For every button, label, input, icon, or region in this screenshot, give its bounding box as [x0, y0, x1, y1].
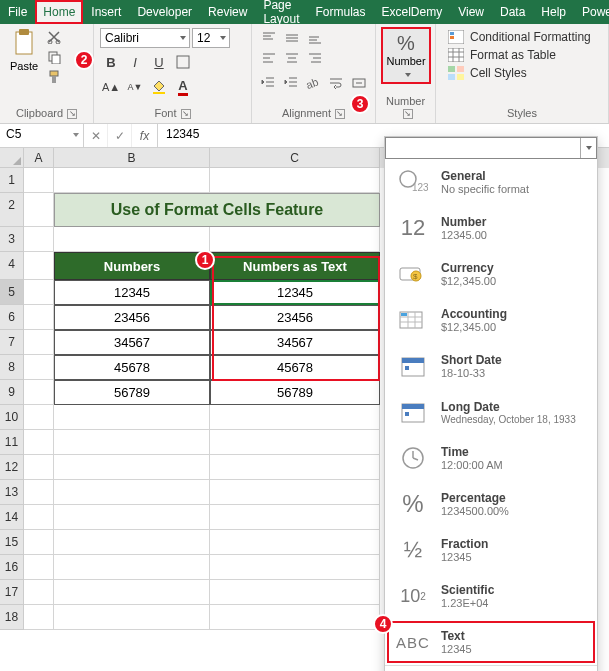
format-percentage[interactable]: % Percentage1234500.00%: [385, 481, 597, 527]
align-center-button[interactable]: [281, 49, 303, 69]
format-general[interactable]: 123 GeneralNo specific format: [385, 159, 597, 205]
cell[interactable]: [24, 605, 54, 630]
cell[interactable]: [24, 505, 54, 530]
cell[interactable]: [54, 227, 210, 252]
conditional-formatting-button[interactable]: Conditional Formatting: [448, 30, 596, 44]
cell[interactable]: [24, 580, 54, 605]
wrap-text-button[interactable]: [326, 72, 347, 94]
cell[interactable]: [24, 430, 54, 455]
row-header[interactable]: 18: [0, 605, 24, 630]
cell[interactable]: [210, 430, 380, 455]
cell[interactable]: [24, 555, 54, 580]
name-box[interactable]: C5: [0, 124, 84, 147]
row-header[interactable]: 13: [0, 480, 24, 505]
font-launcher-icon[interactable]: ↘: [181, 109, 191, 119]
cell[interactable]: [24, 280, 54, 305]
alignment-launcher-icon[interactable]: ↘: [335, 109, 345, 119]
cell[interactable]: [54, 455, 210, 480]
tab-help[interactable]: Help: [533, 0, 574, 24]
cell[interactable]: [24, 355, 54, 380]
cell-styles-button[interactable]: Cell Styles: [448, 66, 596, 80]
table-cell[interactable]: 56789: [210, 380, 380, 405]
cell[interactable]: [24, 405, 54, 430]
format-long-date[interactable]: Long DateWednesday, October 18, 1933: [385, 389, 597, 435]
table-cell[interactable]: 45678: [54, 355, 210, 380]
col-header-a[interactable]: A: [24, 148, 54, 168]
row-header[interactable]: 10: [0, 405, 24, 430]
cell[interactable]: [24, 455, 54, 480]
row-header[interactable]: 16: [0, 555, 24, 580]
number-format-button[interactable]: % Number: [382, 28, 430, 83]
row-header[interactable]: 8: [0, 355, 24, 380]
cell[interactable]: [54, 480, 210, 505]
tab-developer[interactable]: Developer: [129, 0, 200, 24]
number-format-search[interactable]: [385, 137, 597, 159]
cell[interactable]: [210, 505, 380, 530]
align-middle-button[interactable]: [281, 28, 303, 48]
tab-file[interactable]: File: [0, 0, 35, 24]
format-fraction[interactable]: ½ Fraction12345: [385, 527, 597, 573]
table-header-numbers-as-text[interactable]: Numbers as Text: [210, 252, 380, 280]
chevron-down-icon[interactable]: [580, 138, 596, 158]
tab-home[interactable]: Home: [35, 0, 83, 24]
cell[interactable]: [24, 305, 54, 330]
border-button[interactable]: [172, 51, 194, 73]
cell[interactable]: [210, 530, 380, 555]
cell[interactable]: [210, 168, 380, 193]
format-scientific[interactable]: 102 Scientific1.23E+04: [385, 573, 597, 619]
cell[interactable]: [54, 168, 210, 193]
bold-button[interactable]: B: [100, 51, 122, 73]
cell[interactable]: [210, 605, 380, 630]
cell[interactable]: [54, 605, 210, 630]
shrink-font-button[interactable]: A▼: [124, 76, 146, 98]
table-cell[interactable]: 56789: [54, 380, 210, 405]
cell[interactable]: [54, 580, 210, 605]
confirm-entry-button[interactable]: ✓: [108, 124, 132, 147]
format-as-table-button[interactable]: Format as Table: [448, 48, 596, 62]
italic-button[interactable]: I: [124, 51, 146, 73]
tab-exceldemy[interactable]: ExcelDemy: [373, 0, 450, 24]
cell[interactable]: [24, 227, 54, 252]
more-number-formats[interactable]: More Number Formats...: [385, 665, 597, 671]
format-currency[interactable]: $ Currency$12,345.00: [385, 251, 597, 297]
clipboard-launcher-icon[interactable]: ↘: [67, 109, 77, 119]
align-bottom-button[interactable]: [304, 28, 326, 48]
cell[interactable]: [24, 193, 54, 227]
increase-indent-button[interactable]: [281, 72, 302, 94]
merge-button[interactable]: [348, 72, 369, 94]
row-header[interactable]: 17: [0, 580, 24, 605]
copy-button[interactable]: [44, 48, 64, 66]
orientation-button[interactable]: ab: [303, 72, 324, 94]
row-header[interactable]: 1: [0, 168, 24, 193]
underline-button[interactable]: U: [148, 51, 170, 73]
table-cell[interactable]: 12345: [54, 280, 210, 305]
col-header-c[interactable]: C: [210, 148, 380, 168]
number-format-input[interactable]: [386, 138, 580, 158]
row-header[interactable]: 7: [0, 330, 24, 355]
fx-icon[interactable]: fx: [132, 124, 158, 147]
align-right-button[interactable]: [304, 49, 326, 69]
row-header[interactable]: 9: [0, 380, 24, 405]
select-all-corner[interactable]: [0, 148, 24, 168]
table-cell[interactable]: 34567: [210, 330, 380, 355]
table-cell[interactable]: 23456: [210, 305, 380, 330]
grow-font-button[interactable]: A▲: [100, 76, 122, 98]
cell[interactable]: [54, 430, 210, 455]
sheet-title-cell[interactable]: Use of Format Cells Feature: [54, 193, 380, 227]
tab-page-layout[interactable]: Page Layout: [255, 0, 307, 24]
row-header[interactable]: 15: [0, 530, 24, 555]
row-header[interactable]: 5: [0, 280, 24, 305]
cell[interactable]: [54, 505, 210, 530]
cell[interactable]: [210, 555, 380, 580]
font-size-combo[interactable]: 12: [192, 28, 230, 48]
tab-power[interactable]: Power: [574, 0, 609, 24]
font-name-combo[interactable]: Calibri: [100, 28, 190, 48]
cell[interactable]: [210, 455, 380, 480]
row-header[interactable]: 3: [0, 227, 24, 252]
cell[interactable]: [24, 330, 54, 355]
format-painter-button[interactable]: [44, 68, 64, 86]
table-cell[interactable]: 45678: [210, 355, 380, 380]
align-top-button[interactable]: [258, 28, 280, 48]
cell[interactable]: [54, 555, 210, 580]
cell[interactable]: [24, 168, 54, 193]
